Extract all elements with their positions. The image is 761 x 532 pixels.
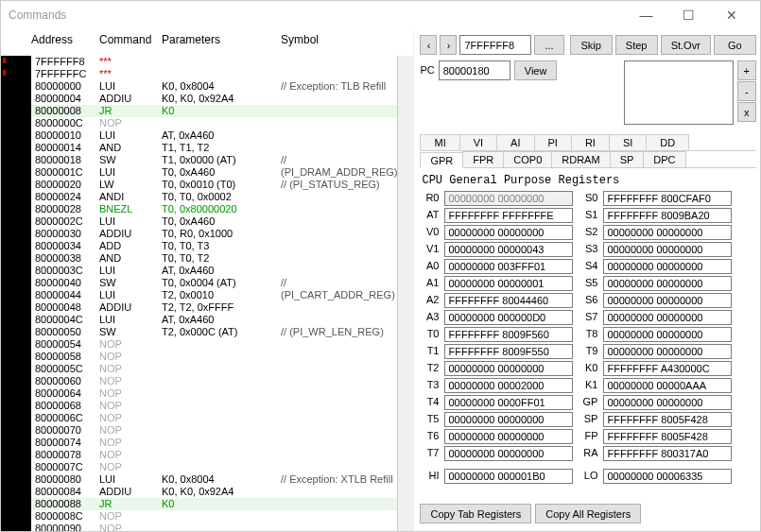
address-input[interactable] [459,35,531,55]
gutter[interactable] [1,191,31,203]
gutter[interactable] [1,523,31,532]
step-button[interactable]: Step [615,35,658,55]
gutter[interactable] [1,252,31,265]
instruction-row[interactable]: 80000044LUIT2, 0x0010 [1,289,397,301]
reg-value-s5[interactable]: 00000000 00000000 [603,276,732,291]
gutter[interactable] [1,105,31,117]
instruction-row[interactable]: 80000030ADDIUT0, R0, 0x1000 [1,228,397,240]
tab-pi[interactable]: PI [534,134,572,150]
gutter[interactable] [1,228,31,240]
instruction-row[interactable]: 80000050SWT2, 0x000C (AT)// (PI_WR_LEN_R… [1,326,397,338]
instruction-row[interactable]: 80000090NOP [1,523,397,532]
instruction-row[interactable]: 80000064NOP [1,387,397,400]
skip-button[interactable]: Skip [570,35,613,55]
reg-value-at[interactable]: FFFFFFFF FFFFFFFE [444,208,573,223]
reg-value-a1[interactable]: 00000000 00000001 [444,276,573,291]
gutter[interactable] [1,117,31,129]
instruction-row[interactable]: 80000040SWT0, 0x0004 (AT)// (PI_CART_ADD… [1,277,397,289]
gutter[interactable] [1,326,31,338]
gutter[interactable] [1,363,31,375]
gutter[interactable] [1,240,31,252]
reg-value-a0[interactable]: 00000000 003FFF01 [444,259,573,274]
gutter[interactable] [1,80,31,93]
reg-value-s6[interactable]: 00000000 00000000 [603,293,732,308]
nav-next-button[interactable]: › [440,35,457,55]
gutter[interactable] [1,179,31,191]
instruction-row[interactable]: 80000038ANDT0, T0, T2 [1,252,397,265]
reg-value-k0[interactable]: FFFFFFFF A430000C [603,361,732,376]
gutter[interactable] [1,265,31,277]
reg-value-s1[interactable]: FFFFFFFF 8009BA20 [603,208,732,223]
instruction-row[interactable]: 80000000LUIK0, 0x8004// Exception: TLB R… [1,80,397,93]
instruction-row[interactable]: 80000048ADDIUT2, T2, 0xFFFF [1,301,397,314]
instruction-row[interactable]: 80000010LUIAT, 0xA460 [1,129,397,142]
instruction-row[interactable]: 8000006CNOP [1,412,397,424]
reg-value-s7[interactable]: 00000000 00000000 [603,310,732,325]
hi-value[interactable]: 00000000 000001B0 [444,469,573,484]
gutter[interactable] [1,154,31,166]
lo-value[interactable]: 00000000 00006335 [603,469,732,484]
instruction-row[interactable]: 80000084ADDIUK0, K0, 0x92A4 [1,486,397,498]
view-button[interactable]: View [514,60,558,80]
gutter[interactable] [1,56,31,68]
remove-watch-button[interactable]: - [737,81,756,101]
gutter[interactable] [1,215,31,228]
instruction-row[interactable]: 80000070NOP [1,424,397,437]
maximize-button[interactable]: ☐ [667,1,710,29]
gutter[interactable] [1,314,31,326]
instruction-row[interactable]: 80000020LWT0, 0x0010 (T0)// (PI_STATUS_R… [1,179,397,191]
gutter[interactable] [1,498,31,510]
close-button[interactable]: ✕ [710,1,752,29]
instruction-row[interactable]: 80000018SWT1, 0x0000 (AT)// (PI_DRAM_ADD… [1,154,397,166]
instruction-row[interactable]: 80000014ANDT1, T1, T2 [1,142,397,154]
tab-rdram[interactable]: RDRAM [551,151,610,167]
gutter[interactable] [1,412,31,424]
instruction-row[interactable]: 80000034ADDT0, T0, T3 [1,240,397,252]
instruction-row[interactable]: 8000001CLUIT0, 0xA460 [1,166,397,179]
gutter[interactable] [1,375,31,387]
gutter[interactable] [1,400,31,412]
reg-value-t5[interactable]: 00000000 00000000 [444,412,573,427]
add-watch-button[interactable]: + [737,60,756,80]
instruction-row[interactable]: 80000058NOP [1,351,397,363]
reg-value-s2[interactable]: 00000000 00000000 [603,225,732,240]
instruction-list[interactable]: 7FFFFFF8***7FFFFFFC***80000000LUIK0, 0x8… [1,56,397,532]
browse-button[interactable]: ... [534,35,563,55]
instruction-row[interactable]: 80000068NOP [1,400,397,412]
reg-value-t6[interactable]: 00000000 00000000 [444,429,573,444]
reg-value-sp[interactable]: FFFFFFFF 8005F428 [603,412,732,427]
reg-value-gp[interactable]: 00000000 00000000 [603,395,732,410]
gutter[interactable] [1,301,31,314]
reg-value-s0[interactable]: FFFFFFFF 800CFAF0 [603,191,732,206]
gutter[interactable] [1,166,31,179]
reg-value-a2[interactable]: FFFFFFFF 80044460 [444,293,573,308]
header-address[interactable]: Address [31,33,99,46]
reg-value-t3[interactable]: 00000000 00002000 [444,378,573,393]
tab-ri[interactable]: RI [571,134,610,150]
reg-value-t9[interactable]: 00000000 00000000 [603,344,732,359]
instruction-row[interactable]: 80000074NOP [1,437,397,449]
tab-mi[interactable]: MI [420,134,459,150]
reg-value-t1[interactable]: FFFFFFFF 8009F550 [444,344,573,359]
reg-value-fp[interactable]: FFFFFFFF 8005F428 [603,429,732,444]
tab-ai[interactable]: AI [496,134,534,150]
gutter[interactable] [1,129,31,142]
gutter[interactable] [1,387,31,400]
tab-fpr[interactable]: FPR [462,151,504,167]
gutter[interactable] [1,486,31,498]
instruction-row[interactable]: 7FFFFFFC*** [1,68,397,80]
gutter[interactable] [1,338,31,351]
instruction-row[interactable]: 80000028BNEZLT0, 0x80000020 [1,203,397,215]
gutter[interactable] [1,424,31,437]
copy-tab-registers-button[interactable]: Copy Tab Registers [420,504,531,523]
instruction-row[interactable]: 8000002CLUIT0, 0xA460 [1,215,397,228]
header-symbol[interactable]: Symbol [281,33,413,46]
instruction-row[interactable]: 8000008CNOP [1,510,397,523]
pc-input[interactable] [439,60,510,80]
header-command[interactable]: Command [99,33,162,46]
reg-value-k1[interactable]: 00000000 00000AAA [603,378,732,393]
copy-all-registers-button[interactable]: Copy All Registers [535,504,641,523]
reg-value-v0[interactable]: 00000000 00000000 [444,225,573,240]
scrollbar[interactable] [397,56,413,532]
instruction-row[interactable]: 80000008JRK0 [1,105,397,117]
